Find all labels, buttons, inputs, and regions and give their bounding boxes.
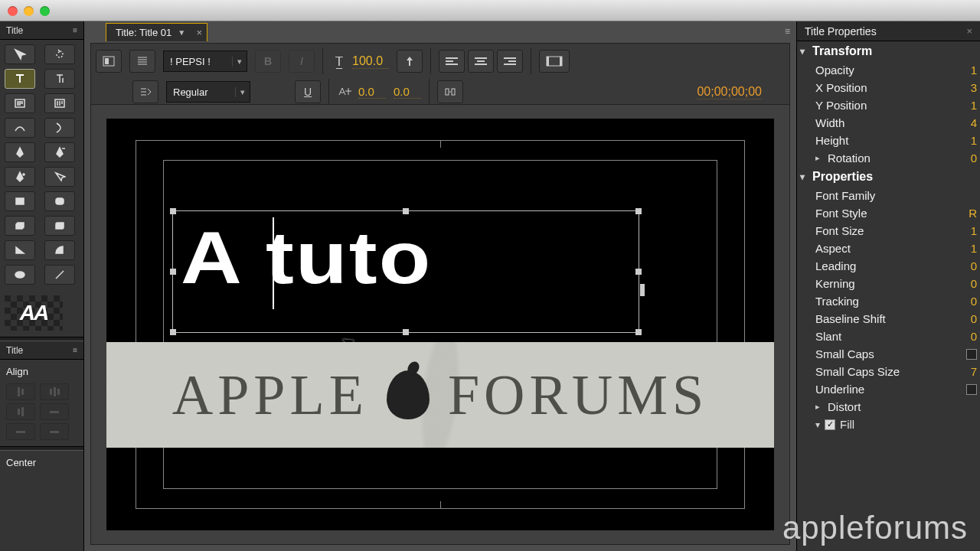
text-bounding-box[interactable]: A tuto ➤ — [172, 210, 639, 333]
resize-handle[interactable] — [640, 284, 645, 296]
panel-menu-icon[interactable]: ≡ — [73, 346, 77, 354]
tools-panel-tab[interactable]: Title ≡ — [0, 21, 83, 40]
title-canvas[interactable]: A tuto ➤ APPLE FORUMS — [106, 119, 774, 530]
svg-rect-6 — [105, 58, 109, 64]
resize-handle[interactable] — [170, 269, 176, 275]
align-vcenter-button[interactable] — [6, 423, 35, 440]
y-position-row[interactable]: Y Position1 — [797, 96, 980, 114]
line-tool[interactable] — [44, 265, 75, 285]
bold-button[interactable]: B — [255, 50, 281, 73]
close-panel-icon[interactable]: × — [966, 25, 972, 37]
align-right-button[interactable] — [6, 403, 35, 420]
x-position-row[interactable]: X Position3 — [797, 79, 980, 96]
wedge-tool[interactable] — [5, 240, 35, 260]
underline-row[interactable]: Underline — [797, 380, 980, 398]
close-icon[interactable] — [8, 6, 18, 16]
close-tab-icon[interactable]: × — [197, 27, 203, 38]
font-style-select[interactable]: Regular — [166, 81, 250, 103]
resize-handle[interactable] — [170, 329, 176, 335]
delete-anchor-tool[interactable] — [44, 142, 75, 162]
minimize-icon[interactable] — [24, 6, 34, 16]
add-anchor-tool[interactable] — [5, 167, 35, 187]
italic-button[interactable]: I — [289, 50, 315, 73]
svg-rect-8 — [547, 57, 549, 66]
align-left-button[interactable] — [439, 50, 465, 73]
chevron-down-icon[interactable]: ▼ — [178, 28, 185, 37]
zoom-icon[interactable] — [40, 6, 50, 16]
align-right-button[interactable] — [497, 50, 523, 73]
rounded-rect-tool[interactable] — [44, 191, 75, 211]
styles-panel-label: Title — [6, 345, 23, 356]
small-caps-size-row[interactable]: Small Caps Size7 — [797, 363, 980, 380]
aspect-row[interactable]: Aspect1 — [797, 240, 980, 257]
templates-button[interactable] — [96, 50, 122, 73]
transform-section-header[interactable]: Transform — [797, 41, 980, 61]
opacity-row[interactable]: Opacity1 — [797, 61, 980, 79]
tab-stops-button[interactable] — [132, 80, 158, 103]
resize-handle[interactable] — [403, 329, 409, 335]
selection-tool[interactable] — [5, 44, 35, 64]
fill-row[interactable]: ▾✓Fill — [797, 416, 980, 433]
editor-area: Title: Title 01 ▼ × ≡ ! PEPSI ! B I T̲ 1… — [84, 21, 796, 551]
slant-row[interactable]: Slant0 — [797, 328, 980, 345]
tracking-row[interactable]: Tracking0 — [797, 292, 980, 310]
baseline-shift-row[interactable]: Baseline Shift0 — [797, 310, 980, 328]
rounded-corner-tool[interactable] — [44, 216, 75, 236]
height-row[interactable]: Height1 — [797, 132, 980, 149]
timecode-field[interactable]: 00;00;00;00 — [697, 85, 762, 99]
path-type-tool[interactable] — [5, 118, 35, 138]
resize-handle[interactable] — [635, 329, 642, 335]
leading-row[interactable]: Leading0 — [797, 257, 980, 275]
align-top-button[interactable] — [40, 403, 69, 420]
arc-tool[interactable] — [44, 240, 75, 260]
panel-menu-icon[interactable]: ≡ — [73, 26, 77, 34]
convert-anchor-tool[interactable] — [44, 167, 75, 187]
title-editing-text[interactable]: A tuto — [181, 216, 433, 300]
vertical-type-tool[interactable] — [44, 69, 75, 89]
font-family-row[interactable]: Font Family — [797, 187, 980, 204]
align-left-button[interactable] — [6, 383, 35, 400]
pen-tool[interactable] — [5, 142, 35, 162]
font-family-select[interactable]: ! PEPSI ! — [163, 51, 247, 72]
svg-rect-2 — [16, 198, 24, 204]
document-tab[interactable]: Title: Title 01 ▼ × — [106, 23, 207, 41]
distort-row[interactable]: Distort — [797, 398, 980, 416]
align-bottom-button[interactable] — [40, 423, 69, 440]
rotate-tool[interactable] — [44, 44, 75, 64]
underline-button[interactable]: U — [295, 80, 321, 103]
area-type-tool[interactable] — [5, 93, 35, 113]
center-section-label: Center — [6, 454, 77, 471]
distribute-button[interactable] — [437, 80, 463, 103]
kerning-field[interactable]: 0.0 — [358, 85, 386, 99]
rectangle-tool[interactable] — [5, 191, 35, 211]
resize-handle[interactable] — [403, 208, 409, 214]
rotation-row[interactable]: Rotation0 — [797, 149, 980, 167]
svg-rect-10 — [446, 89, 449, 95]
kerning-row[interactable]: Kerning0 — [797, 275, 980, 292]
resize-handle[interactable] — [635, 208, 642, 214]
clipped-rect-tool[interactable] — [5, 216, 35, 236]
resize-handle[interactable] — [635, 269, 642, 275]
show-video-button[interactable] — [539, 50, 570, 73]
width-row[interactable]: Width4 — [797, 114, 980, 132]
vertical-path-type-tool[interactable] — [44, 118, 75, 138]
title-style-swatch[interactable]: AA — [5, 295, 63, 331]
resize-handle[interactable] — [170, 208, 176, 214]
align-center-button[interactable] — [468, 50, 494, 73]
properties-section-header[interactable]: Properties — [797, 167, 980, 187]
font-size-field[interactable]: 100.0 — [352, 54, 389, 69]
align-hcenter-button[interactable] — [40, 383, 69, 400]
aspect-button[interactable] — [397, 50, 423, 73]
properties-panel-header[interactable]: Title Properties × — [797, 21, 980, 41]
panel-menu-icon[interactable]: ≡ — [785, 26, 790, 37]
font-style-row[interactable]: Font StyleR — [797, 204, 980, 222]
font-size-row[interactable]: Font Size1 — [797, 222, 980, 240]
small-caps-row[interactable]: Small Caps — [797, 345, 980, 363]
ellipse-tool[interactable] — [5, 265, 35, 285]
roll-crawl-button[interactable] — [129, 50, 155, 73]
vertical-area-type-tool[interactable] — [44, 93, 75, 113]
leading-field[interactable]: 0.0 — [394, 85, 421, 99]
banner-text-right: FORUMS — [448, 363, 708, 428]
type-tool[interactable] — [5, 69, 35, 89]
styles-panel-tab[interactable]: Title ≡ — [0, 341, 83, 360]
